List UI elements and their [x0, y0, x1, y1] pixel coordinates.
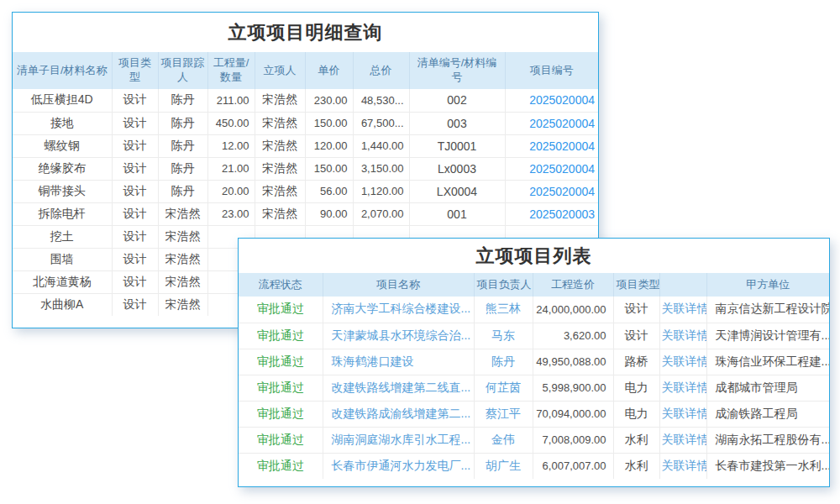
- project-type-cell: 设计: [112, 202, 158, 225]
- person-link[interactable]: 马东: [474, 323, 533, 349]
- person-link[interactable]: 胡广生: [474, 453, 533, 479]
- table-row: 拆除电杆设计宋浩然23.00宋浩然90.002,070.000012025020…: [13, 202, 598, 225]
- project-name-link[interactable]: 湖南洞庭湖水库引水工程...: [323, 427, 474, 453]
- header-row: 流程状态项目名称项目负责人工程造价项目类型甲方单位: [239, 273, 829, 297]
- quantity-cell: 21.00: [207, 157, 255, 180]
- item-code-cell: 001: [409, 202, 505, 225]
- project-name-link[interactable]: 济南大学工科综合楼建设...: [323, 297, 474, 323]
- status-cell: 审批通过: [239, 349, 323, 375]
- table-row: 螺纹钢设计陈丹12.00宋浩然120.001,440.00TJ000120250…: [13, 134, 598, 157]
- project-cost-cell: 70,094,000.00: [533, 401, 613, 427]
- material-name-cell: 铜带接头: [13, 180, 112, 202]
- column-header: 工程造价: [533, 273, 613, 297]
- column-header: [659, 273, 706, 297]
- column-header: 立项人: [255, 52, 305, 89]
- detail-table-title: 立项项目明细查询: [13, 13, 598, 52]
- table-row: 审批通过济南大学工科综合楼建设...熊三林24,000,000.00设计关联详情…: [239, 297, 829, 323]
- project-type-cell: 水利: [613, 427, 659, 453]
- item-code-cell: Lx0003: [409, 157, 505, 180]
- project-type-cell: 电力: [613, 375, 659, 401]
- initiator-cell: 宋浩然: [255, 134, 305, 157]
- project-code-link[interactable]: 2025020004: [505, 134, 598, 157]
- tracker-cell: 陈丹: [158, 157, 207, 180]
- project-type-cell: 设计: [613, 297, 659, 323]
- client-unit-cell: 成都城市管理局: [706, 375, 829, 401]
- column-header: 项目跟踪人: [158, 52, 207, 89]
- project-name-link[interactable]: 珠海鹤港口建设: [323, 349, 474, 375]
- detail-link[interactable]: 关联详情: [659, 401, 706, 427]
- client-unit-cell: 长春市建投第一水利...: [706, 453, 829, 479]
- project-name-link[interactable]: 改建铁路成渝线增建第二...: [323, 401, 474, 427]
- initiator-cell: 宋浩然: [255, 112, 305, 134]
- status-cell: 审批通过: [239, 375, 323, 401]
- detail-link[interactable]: 关联详情: [659, 375, 706, 401]
- total-price-cell: 67,500...: [353, 112, 409, 134]
- quantity-cell: 211.00: [207, 89, 255, 112]
- client-unit-cell: 南京信达新工程设计院: [706, 297, 829, 323]
- column-header: 甲方单位: [706, 273, 829, 297]
- client-unit-cell: 湖南永拓工程股份有...: [706, 427, 829, 453]
- project-code-link[interactable]: 2025020004: [505, 112, 598, 134]
- person-link[interactable]: 何芷茵: [474, 375, 533, 401]
- total-price-cell: 1,120.00: [353, 180, 409, 202]
- project-list-window: 立项项目列表 流程状态项目名称项目负责人工程造价项目类型甲方单位 审批通过济南大…: [238, 238, 830, 487]
- unit-price-cell: 120.00: [305, 134, 353, 157]
- project-type-cell: 设计: [112, 270, 158, 293]
- detail-table-header: 清单子目/材料名称项目类型项目跟踪人工程量/数量立项人单价总价清单编号/材料编号…: [13, 52, 598, 89]
- project-type-cell: 设计: [112, 134, 158, 157]
- detail-link[interactable]: 关联详情: [659, 297, 706, 323]
- person-link[interactable]: 陈丹: [474, 349, 533, 375]
- project-type-cell: 设计: [112, 112, 158, 134]
- detail-link[interactable]: 关联详情: [659, 427, 706, 453]
- client-unit-cell: 天津博润设计管理有...: [706, 323, 829, 349]
- project-name-link[interactable]: 天津蒙城县水环境综合治...: [323, 323, 474, 349]
- person-link[interactable]: 熊三林: [474, 297, 533, 323]
- column-header: 流程状态: [239, 273, 323, 297]
- project-name-link[interactable]: 改建铁路线增建第二线直...: [323, 375, 474, 401]
- status-cell: 审批通过: [239, 427, 323, 453]
- unit-price-cell: 56.00: [305, 180, 353, 202]
- person-link[interactable]: 蔡江平: [474, 401, 533, 427]
- project-code-link[interactable]: 2025020004: [505, 89, 598, 112]
- table-row: 审批通过改建铁路成渝线增建第二...蔡江平70,094,000.00电力关联详情…: [239, 401, 829, 427]
- total-price-cell: 48,530...: [353, 89, 409, 112]
- column-header: 单价: [305, 52, 353, 89]
- table-row: 绝缘胶布设计陈丹21.00宋浩然150.003,150.00Lx00032025…: [13, 157, 598, 180]
- tracker-cell: 宋浩然: [158, 270, 207, 293]
- project-name-link[interactable]: 长春市伊通河水力发电厂...: [323, 453, 474, 479]
- project-type-cell: 设计: [112, 180, 158, 202]
- detail-link[interactable]: 关联详情: [659, 453, 706, 479]
- column-header: 总价: [353, 52, 409, 89]
- table-row: 审批通过珠海鹤港口建设陈丹49,950,088.00路桥关联详情珠海信业环保工程…: [239, 349, 829, 375]
- column-header: 项目编号: [505, 52, 598, 89]
- project-cost-cell: 49,950,088.00: [533, 349, 613, 375]
- person-link[interactable]: 金伟: [474, 427, 533, 453]
- project-code-link[interactable]: 2025020003: [505, 202, 598, 225]
- project-type-cell: 设计: [112, 89, 158, 112]
- project-code-link[interactable]: 2025020004: [505, 180, 598, 202]
- status-cell: 审批通过: [239, 401, 323, 427]
- item-code-cell: LX0004: [409, 180, 505, 202]
- column-header: 清单编号/材料编号: [409, 52, 505, 89]
- detail-link[interactable]: 关联详情: [659, 323, 706, 349]
- detail-link[interactable]: 关联详情: [659, 349, 706, 375]
- table-row: 低压横担4D设计陈丹211.00宋浩然230.0048,530...002202…: [13, 89, 598, 112]
- project-cost-cell: 7,008,009.00: [533, 427, 613, 453]
- status-cell: 审批通过: [239, 323, 323, 349]
- unit-price-cell: 150.00: [305, 112, 353, 134]
- initiator-cell: 宋浩然: [255, 202, 305, 225]
- client-unit-cell: 成渝铁路工程局: [706, 401, 829, 427]
- material-name-cell: 绝缘胶布: [13, 157, 112, 180]
- header-row: 清单子目/材料名称项目类型项目跟踪人工程量/数量立项人单价总价清单编号/材料编号…: [13, 52, 598, 89]
- project-code-link[interactable]: 2025020004: [505, 157, 598, 180]
- project-cost-cell: 24,000,000.00: [533, 297, 613, 323]
- project-type-cell: 设计: [112, 248, 158, 270]
- column-header: 项目负责人: [474, 273, 533, 297]
- tracker-cell: 宋浩然: [158, 293, 207, 316]
- quantity-cell: 12.00: [207, 134, 255, 157]
- material-name-cell: 低压横担4D: [13, 89, 112, 112]
- quantity-cell: 20.00: [207, 180, 255, 202]
- quantity-cell: 23.00: [207, 202, 255, 225]
- quantity-cell: 450.00: [207, 112, 255, 134]
- unit-price-cell: 90.00: [305, 202, 353, 225]
